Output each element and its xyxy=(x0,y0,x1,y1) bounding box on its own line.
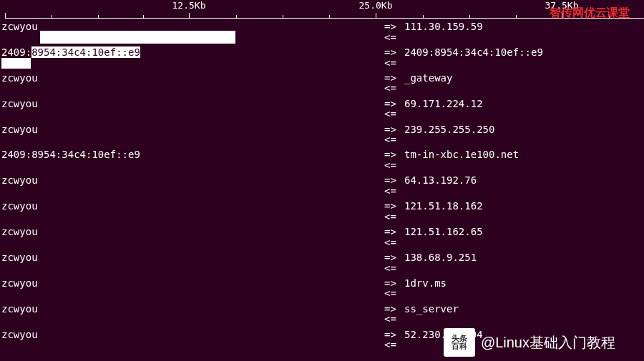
destination-empty xyxy=(404,160,644,171)
arrow-in: <= xyxy=(384,340,404,350)
connection-list: zcwyou=>111.30.159.59<=2409:8954:34c4:10… xyxy=(0,21,644,355)
connection-row: zcwyou=>ss_server xyxy=(1,304,644,315)
source-empty xyxy=(1,32,384,43)
connection-row-return: <= xyxy=(1,160,644,171)
source-empty xyxy=(1,186,384,197)
destination-host: 239.255.255.250 xyxy=(404,124,644,135)
destination-empty xyxy=(404,58,644,69)
arrow-out: => xyxy=(384,201,404,212)
destination-empty xyxy=(404,134,644,145)
destination-host: 111.30.159.59 xyxy=(404,21,644,32)
source-host: zcwyou xyxy=(1,175,384,186)
arrow-out: => xyxy=(384,47,404,58)
connection-row-return: <= xyxy=(1,186,644,197)
scale-tick-line xyxy=(189,13,190,18)
scale-minor-tick xyxy=(329,15,330,18)
arrow-in: <= xyxy=(384,58,404,69)
connection-row-return: <= xyxy=(1,288,644,299)
connection-row: zcwyou=>138.68.9.251 xyxy=(1,252,644,263)
connection-row: zcwyou=>_gateway xyxy=(1,73,644,84)
connection-row-return: <= xyxy=(1,237,644,248)
destination-host: 2409:8954:34c4:10ef::e9 xyxy=(404,47,644,58)
connection-row: zcwyou=>64.13.192.76 xyxy=(1,175,644,186)
destination-host: _gateway xyxy=(404,73,644,84)
arrow-in: <= xyxy=(384,263,404,274)
destination-empty xyxy=(404,109,644,119)
redaction-box xyxy=(1,58,31,69)
connection-row-return: <= xyxy=(1,83,644,94)
arrow-out: => xyxy=(384,21,404,32)
arrow-out: => xyxy=(384,149,404,160)
destination-host: 138.68.9.251 xyxy=(404,252,644,263)
connection-row: zcwyou=>121.51.18.162 xyxy=(1,201,644,212)
source-host: zcwyou xyxy=(1,124,384,135)
arrow-in: <= xyxy=(384,237,404,248)
source-empty xyxy=(1,314,384,325)
destination-host: ss_server xyxy=(404,304,644,315)
destination-host: 121.51.18.162 xyxy=(404,201,644,212)
destination-empty xyxy=(404,83,644,94)
source-empty xyxy=(1,237,384,248)
destination-empty xyxy=(404,186,644,197)
scale-tick-label: 25.0Kb xyxy=(359,0,393,11)
destination-host: 1drv.ms xyxy=(404,278,644,289)
source-host: zcwyou xyxy=(1,304,384,315)
source-host: zcwyou xyxy=(1,252,384,263)
scale-minor-tick xyxy=(98,15,99,18)
arrow-out: => xyxy=(384,278,404,289)
source-empty xyxy=(1,160,384,171)
arrow-out: => xyxy=(384,304,404,315)
source-host: zcwyou xyxy=(1,278,384,289)
watermark-top: 智传网优云课堂 xyxy=(550,6,630,21)
destination-empty xyxy=(404,237,644,248)
source-host: zcwyou xyxy=(1,73,384,84)
watermark-bottom: 头条 百科 @Linux基础入门教程 xyxy=(444,328,615,357)
source-empty xyxy=(1,83,384,94)
arrow-out: => xyxy=(384,124,404,135)
arrow-in: <= xyxy=(384,160,404,171)
destination-host: tm-in-xbc.1e100.net xyxy=(404,149,644,160)
connection-row-return: <= xyxy=(1,109,644,119)
connection-row-return: <= xyxy=(1,58,644,69)
scale-left-edge xyxy=(5,13,6,18)
source-empty xyxy=(1,212,384,222)
destination-empty xyxy=(404,314,644,325)
connection-row: zcwyou=>69.171.224.12 xyxy=(1,99,644,109)
arrow-in: <= xyxy=(384,32,404,43)
arrow-out: => xyxy=(384,99,404,109)
highlighted-text: 8954:34c4:10ef::e9 xyxy=(31,46,140,58)
scale-minor-tick xyxy=(236,15,237,18)
watermark-bottom-text: @Linux基础入门教程 xyxy=(481,333,615,352)
connection-row: zcwyou=>239.255.255.250 xyxy=(1,124,644,135)
scale-minor-tick xyxy=(52,15,52,18)
source-host: 2409:8954:34c4:10ef::e9 xyxy=(1,149,384,160)
arrow-out: => xyxy=(384,73,404,84)
arrow-in: <= xyxy=(384,314,404,325)
bandwidth-scale: 12.5Kb25.0Kb37.5Kb 智传网优云课堂 xyxy=(0,0,644,21)
destination-empty xyxy=(404,288,644,299)
connection-row: 2409:8954:34c4:10ef::e9=>2409:8954:34c4:… xyxy=(1,47,644,58)
scale-minor-tick xyxy=(143,15,144,18)
arrow-in: <= xyxy=(384,83,404,94)
destination-host: 69.171.224.12 xyxy=(404,99,644,109)
connection-row-return: <= xyxy=(1,263,644,274)
source-host: zcwyou xyxy=(1,99,384,109)
source-empty xyxy=(1,263,384,274)
arrow-in: <= xyxy=(384,288,404,299)
source-empty xyxy=(1,58,384,69)
scale-minor-tick xyxy=(469,15,470,18)
connection-row-return: <= xyxy=(1,32,644,43)
scale-tick-label: 12.5Kb xyxy=(172,0,206,11)
source-empty xyxy=(1,109,384,119)
destination-host: 64.13.192.76 xyxy=(404,175,644,186)
arrow-out: => xyxy=(384,330,404,340)
arrow-in: <= xyxy=(384,134,404,145)
connection-row: zcwyou=>121.51.162.65 xyxy=(1,227,644,237)
source-empty xyxy=(1,288,384,299)
scale-baseline xyxy=(5,18,644,19)
destination-empty xyxy=(404,263,644,274)
arrow-in: <= xyxy=(384,186,404,197)
scale-minor-tick xyxy=(423,15,424,18)
destination-empty xyxy=(404,32,644,43)
arrow-out: => xyxy=(384,175,404,186)
